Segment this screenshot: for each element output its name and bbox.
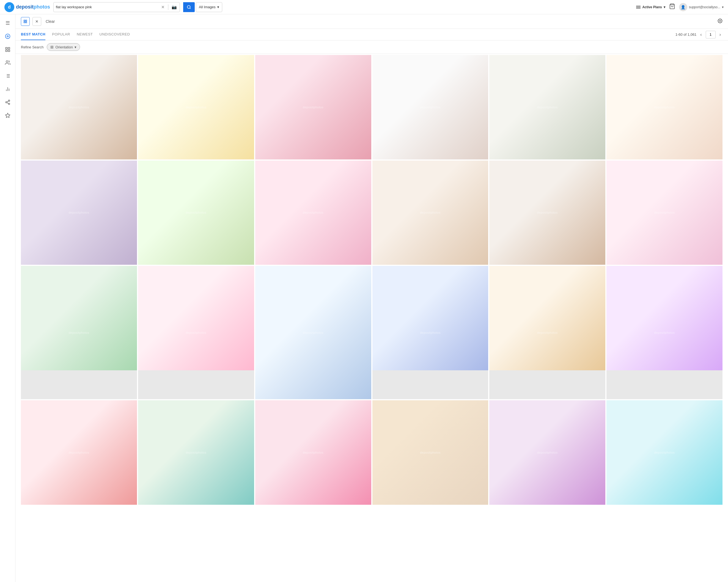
sidebar-item-analytics[interactable] [2, 84, 13, 95]
cart-button[interactable] [669, 3, 675, 11]
svg-rect-6 [8, 48, 10, 49]
next-page-button[interactable]: › [718, 32, 723, 38]
orientation-label: Orientation [55, 45, 73, 49]
svg-line-22 [7, 103, 8, 103]
filter-label: All Images [199, 5, 216, 9]
svg-point-20 [5, 102, 7, 103]
list-item[interactable]: depositphotos [606, 400, 723, 505]
list-item[interactable]: depositphotos [372, 266, 489, 399]
svg-point-9 [6, 61, 8, 63]
tab-newest[interactable]: NEWEST [77, 29, 93, 40]
toolbar: ✕ Clear [16, 14, 728, 29]
active-plans-button[interactable]: Active Plans ▾ [636, 5, 665, 9]
plans-chevron-icon: ▾ [664, 5, 665, 9]
list-item[interactable]: depositphotos [606, 266, 723, 399]
grid-view-button[interactable] [21, 17, 30, 26]
logo[interactable]: d depositphotos [4, 2, 50, 12]
list-item[interactable]: depositphotos [138, 55, 254, 159]
svg-rect-28 [26, 22, 27, 23]
refine-label: Refine Search [21, 45, 44, 49]
page-input[interactable] [706, 31, 716, 38]
header: d depositphotos ✕ 📷 All Images ▾ Active … [0, 0, 728, 14]
list-item[interactable]: depositphotos [606, 161, 723, 265]
header-right: Active Plans ▾ 👤 support@sociallyso... ▾ [636, 3, 724, 11]
main-content: ✕ Clear BEST MATCH POPULAR NEWEST UNDISC… [16, 14, 728, 582]
sidebar-item-users[interactable] [2, 57, 13, 68]
sidebar-item-share[interactable] [2, 97, 13, 108]
search-bar: ✕ 📷 [53, 2, 180, 12]
orientation-chevron-icon: ▾ [75, 45, 76, 49]
search-submit-button[interactable] [183, 2, 195, 12]
active-plans-label: Active Plans [642, 5, 662, 9]
plans-icon [636, 6, 641, 8]
sidebar-item-dashboard[interactable] [2, 31, 13, 42]
layout: ☰ ✕ Clear [0, 14, 728, 582]
chevron-down-icon: ▾ [217, 5, 219, 9]
camera-search-button[interactable]: 📷 [171, 4, 177, 10]
sidebar-item-bookmark[interactable] [2, 110, 13, 121]
pagination-info: 1-60 of 1,061 ‹ › [675, 31, 723, 38]
list-item[interactable]: depositphotos [138, 400, 254, 505]
svg-rect-27 [24, 22, 25, 23]
svg-point-3 [5, 34, 10, 39]
svg-point-19 [8, 100, 10, 101]
result-count: 1-60 of 1,061 [675, 32, 697, 36]
search-input[interactable] [56, 5, 159, 9]
list-item[interactable]: depositphotos [489, 266, 605, 399]
logo-icon: d [4, 2, 14, 12]
svg-point-0 [187, 5, 190, 8]
svg-rect-26 [26, 20, 27, 21]
list-item[interactable]: depositphotos [21, 266, 137, 399]
list-item[interactable]: depositphotos [21, 55, 137, 159]
refine-search-bar: Refine Search ⊞ Orientation ▾ [16, 41, 728, 54]
tab-best-match[interactable]: BEST MATCH [21, 29, 45, 40]
user-email: support@sociallyso... [689, 5, 720, 9]
tabs-bar: BEST MATCH POPULAR NEWEST UNDISCOVERED 1… [16, 29, 728, 41]
svg-line-23 [7, 101, 8, 102]
svg-rect-7 [5, 50, 7, 52]
svg-rect-8 [8, 50, 10, 52]
svg-point-21 [8, 103, 10, 104]
list-item[interactable]: depositphotos [255, 55, 371, 159]
list-item[interactable]: depositphotos [372, 400, 489, 505]
clear-search-button[interactable]: ✕ [161, 4, 165, 10]
svg-rect-25 [24, 20, 25, 21]
user-chevron-icon: ▾ [722, 5, 724, 9]
prev-page-button[interactable]: ‹ [699, 32, 703, 38]
svg-marker-24 [5, 113, 10, 118]
clear-button[interactable]: Clear [44, 18, 56, 25]
list-item[interactable]: depositphotos [21, 161, 137, 265]
tab-popular[interactable]: POPULAR [52, 29, 70, 40]
user-avatar: 👤 [679, 3, 687, 11]
svg-point-4 [7, 36, 8, 37]
list-item[interactable]: depositphotos [489, 400, 605, 505]
close-filter-button[interactable]: ✕ [32, 17, 41, 26]
list-item[interactable]: depositphotos [489, 161, 605, 265]
list-item[interactable]: depositphotos [372, 161, 489, 265]
image-grid: depositphotos depositphotos depositphoto… [16, 54, 728, 510]
sidebar: ☰ [0, 14, 16, 582]
sidebar-item-grid[interactable] [2, 44, 13, 55]
list-item[interactable]: depositphotos [372, 55, 489, 159]
list-item[interactable]: depositphotos [138, 161, 254, 265]
list-item[interactable]: depositphotos [138, 266, 254, 399]
list-item[interactable]: depositphotos [255, 161, 371, 265]
orientation-icon: ⊞ [50, 45, 54, 49]
filter-dropdown[interactable]: All Images ▾ [196, 2, 222, 12]
sidebar-item-menu[interactable]: ☰ [2, 18, 13, 29]
list-item[interactable]: depositphotos [255, 400, 371, 505]
list-item[interactable]: depositphotos [255, 266, 371, 399]
tab-undiscovered[interactable]: UNDISCOVERED [100, 29, 130, 40]
list-item[interactable]: depositphotos [606, 55, 723, 159]
svg-line-1 [190, 8, 190, 9]
svg-point-29 [720, 20, 721, 22]
settings-button[interactable] [718, 19, 723, 25]
sidebar-item-list[interactable] [2, 70, 13, 81]
svg-rect-5 [5, 48, 7, 49]
logo-text: depositphotos [16, 4, 50, 10]
user-menu-button[interactable]: 👤 support@sociallyso... ▾ [679, 3, 724, 11]
list-item[interactable]: depositphotos [21, 400, 137, 505]
list-item[interactable]: depositphotos [489, 55, 605, 159]
orientation-button[interactable]: ⊞ Orientation ▾ [47, 43, 80, 51]
